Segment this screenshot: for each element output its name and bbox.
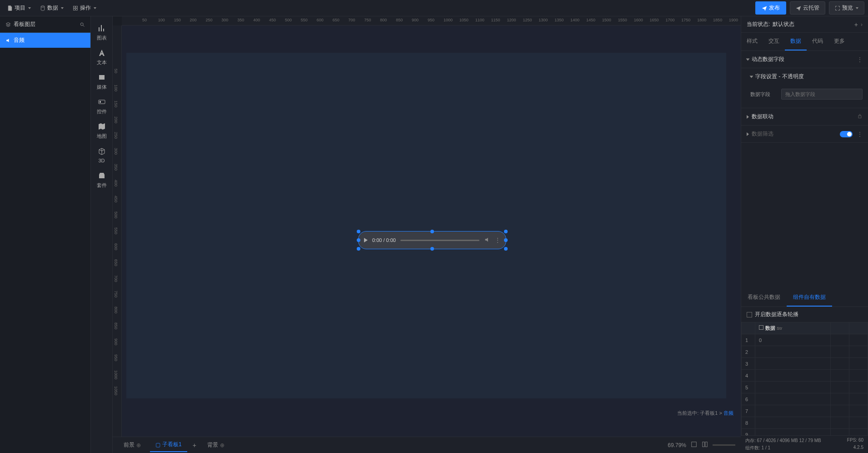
tab-subboard[interactable]: ▢子看板1: [150, 438, 187, 452]
cell[interactable]: [755, 393, 831, 405]
resize-handle[interactable]: [504, 238, 508, 242]
cell[interactable]: [755, 370, 831, 382]
filter-toggle[interactable]: [840, 131, 853, 137]
palette-suite[interactable]: 套件: [91, 167, 112, 192]
preview-button[interactable]: 预览: [829, 1, 864, 15]
canvas-area: 5010015020025030035040045050055060065070…: [113, 16, 741, 453]
cell[interactable]: [755, 346, 831, 358]
row-index: 2: [742, 346, 755, 358]
section-header[interactable]: 数据联动: [741, 108, 868, 125]
table-row[interactable]: 6: [742, 393, 868, 405]
cell[interactable]: [830, 370, 849, 382]
add-state-button[interactable]: +: [854, 21, 858, 28]
more-icon[interactable]: ⋮: [857, 131, 863, 137]
svg-rect-2: [76, 6, 78, 8]
cell[interactable]: [830, 382, 849, 393]
table-row[interactable]: 7: [742, 405, 868, 417]
fit-icon[interactable]: [691, 441, 697, 449]
cell[interactable]: [849, 393, 868, 405]
cloud-host-button[interactable]: 云托管: [790, 1, 825, 15]
resize-handle[interactable]: [430, 247, 434, 251]
palette-map[interactable]: 地图: [91, 118, 112, 143]
cell[interactable]: [849, 382, 868, 393]
field-label: 数据字段: [750, 91, 778, 98]
resize-handle[interactable]: [504, 230, 508, 233]
cell[interactable]: [830, 334, 849, 346]
slider-track[interactable]: [713, 444, 735, 446]
search-icon[interactable]: [80, 22, 85, 27]
resize-handle[interactable]: [430, 230, 434, 233]
cell[interactable]: [755, 358, 831, 370]
palette-chart[interactable]: 图表: [91, 20, 112, 45]
palette-media[interactable]: 媒体: [91, 69, 112, 94]
table-row[interactable]: 4: [742, 370, 868, 382]
table-row[interactable]: 8: [742, 417, 868, 429]
svg-rect-3: [74, 8, 75, 10]
tab-more[interactable]: 更多: [828, 33, 850, 50]
audio-track[interactable]: [400, 240, 479, 241]
chevron-icon: [746, 58, 750, 60]
resize-handle[interactable]: [357, 238, 360, 242]
more-icon[interactable]: ⋮: [857, 56, 863, 63]
carousel-checkbox-row[interactable]: 开启数据逐条轮播: [741, 307, 868, 322]
section-header[interactable]: 数据筛选 ⋮: [741, 126, 868, 142]
data-menu[interactable]: 数据: [36, 2, 67, 14]
cell[interactable]: [830, 346, 849, 358]
resize-handle[interactable]: [504, 247, 508, 251]
more-icon[interactable]: ⋮: [495, 237, 500, 243]
section-header[interactable]: 动态数据字段 ⋮: [741, 51, 868, 68]
row-index: 3: [742, 358, 755, 370]
tab-style[interactable]: 样式: [741, 33, 763, 50]
cell[interactable]: [755, 382, 831, 393]
checkbox[interactable]: [747, 312, 752, 317]
more-icon[interactable]: ›: [861, 21, 863, 28]
volume-icon[interactable]: [484, 237, 490, 244]
table-row[interactable]: 2: [742, 346, 868, 358]
canvas-viewport[interactable]: 0:00 / 0:00 ⋮ 当前选中: 子看板1 > 音频: [122, 25, 741, 437]
cell[interactable]: [830, 358, 849, 370]
resize-handle[interactable]: [357, 247, 360, 251]
add-icon[interactable]: ⊕: [220, 442, 224, 448]
add-icon[interactable]: ⊕: [136, 442, 141, 448]
col-type: Str: [777, 326, 783, 331]
layer-item-audio[interactable]: 音频: [0, 33, 90, 48]
tab-interact[interactable]: 交互: [763, 33, 785, 50]
section-header[interactable]: 字段设置 - 不透明度: [741, 68, 868, 85]
cell[interactable]: [830, 417, 849, 429]
cell[interactable]: [849, 370, 868, 382]
table-row[interactable]: 5: [742, 382, 868, 393]
resize-handle[interactable]: [357, 230, 360, 233]
cell[interactable]: [849, 358, 868, 370]
cell[interactable]: [849, 417, 868, 429]
tab-foreground[interactable]: 前景⊕: [118, 438, 146, 452]
cell[interactable]: 0: [755, 334, 831, 346]
main: 看板图层 音频 图表 文本 媒体 控件 地图 3D 套件 50100150200…: [0, 16, 868, 453]
palette-control[interactable]: 控件: [91, 94, 112, 118]
cell[interactable]: [755, 405, 831, 417]
state-header: 当前状态: 默认状态 + ›: [741, 16, 868, 33]
cell[interactable]: [849, 405, 868, 417]
play-icon[interactable]: [364, 238, 368, 242]
table-row[interactable]: 3: [742, 358, 868, 370]
palette-text[interactable]: 文本: [91, 45, 112, 69]
layout-icon[interactable]: [702, 441, 708, 449]
tab-background[interactable]: 背景⊕: [202, 438, 230, 452]
palette-3d[interactable]: 3D: [91, 143, 112, 167]
cell[interactable]: [830, 393, 849, 405]
project-menu[interactable]: 项目: [4, 2, 35, 14]
cell[interactable]: [755, 417, 831, 429]
table-row[interactable]: 10: [742, 334, 868, 346]
publish-button[interactable]: 发布: [755, 1, 786, 15]
audio-widget[interactable]: 0:00 / 0:00 ⋮: [358, 231, 506, 249]
add-tab-button[interactable]: +: [191, 440, 198, 451]
cell[interactable]: [849, 346, 868, 358]
tab-own-data[interactable]: 组件自有数据: [787, 289, 832, 307]
tab-public-data[interactable]: 看板公共数据: [741, 289, 787, 307]
tab-code[interactable]: 代码: [807, 33, 828, 50]
cell[interactable]: [849, 334, 868, 346]
cell[interactable]: [830, 405, 849, 417]
components-value: 1 / 1: [762, 445, 770, 450]
tab-data[interactable]: 数据: [785, 33, 807, 50]
action-menu[interactable]: 操作: [69, 2, 100, 14]
data-field-input[interactable]: [781, 89, 863, 100]
